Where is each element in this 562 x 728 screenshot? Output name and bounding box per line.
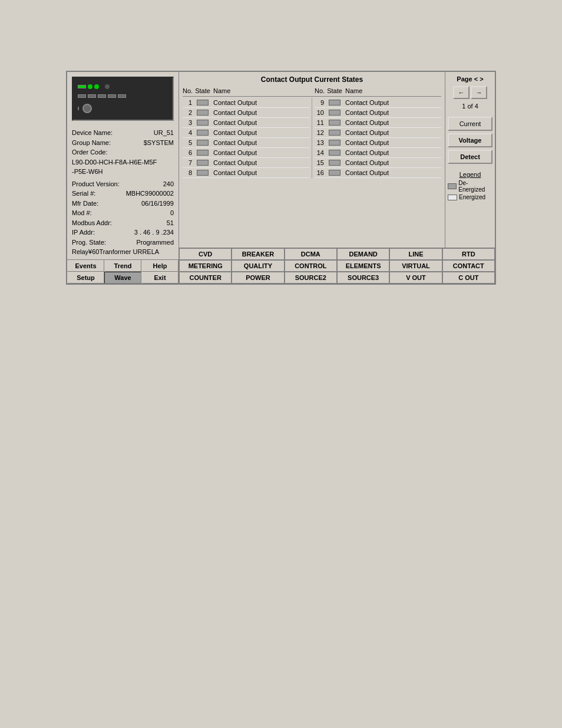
state-box-left-6: [197, 160, 209, 166]
btn-row-1: Events Trend Help: [67, 260, 178, 272]
row-state-left-2: [194, 120, 211, 126]
row-name-right-3: Contact Output: [343, 129, 441, 136]
nav-row-2: METERINGQUALITYCONTROLELEMENTSVIRTUALCON…: [179, 260, 495, 272]
row-state-right-4: [326, 140, 343, 146]
row-no-right-5: 14: [315, 149, 326, 156]
mfr-date-label: Mfr Date:: [72, 199, 98, 209]
nav-btn-r3-3[interactable]: SOURCE3: [337, 272, 389, 284]
header-name-right: Name: [343, 87, 441, 94]
legend-de-energized: De-Energized: [448, 180, 492, 193]
row-no-left-6: 7: [183, 159, 194, 166]
row-no-right-0: 9: [315, 99, 326, 106]
row-name-right-4: Contact Output: [343, 139, 441, 146]
row-state-left-4: [194, 140, 211, 146]
row-no-left-4: 5: [183, 139, 194, 146]
nav-btn-r2-4[interactable]: VIRTUAL: [389, 260, 442, 272]
modbus-label: Modbus Addr:: [72, 218, 112, 228]
row-no-right-4: 13: [315, 139, 326, 146]
header-state-right: State: [326, 87, 343, 94]
nav-btn-r2-3[interactable]: ELEMENTS: [337, 260, 389, 272]
device-image: [72, 77, 174, 121]
row-no-left-1: 2: [183, 109, 194, 116]
voltage-button[interactable]: Voltage: [448, 133, 492, 147]
row-no-right-3: 12: [315, 129, 326, 136]
row-no-left-2: 3: [183, 119, 194, 126]
nav-btn-r1-0[interactable]: CVD: [179, 248, 232, 260]
wave-button[interactable]: Wave: [104, 272, 141, 284]
led-bar-6: [118, 94, 126, 98]
left-panel: Device Name: UR_51 Group Name: $SYSTEM O…: [67, 72, 179, 284]
help-button[interactable]: Help: [141, 260, 178, 272]
right-panel: Contact Output Current States No. State …: [179, 72, 495, 284]
row-state-left-6: [194, 160, 211, 166]
detect-button[interactable]: Detect: [448, 150, 492, 164]
nav-btn-r1-2[interactable]: DCMA: [285, 248, 337, 260]
serial-label: Serial #:: [72, 189, 95, 199]
next-page-button[interactable]: →: [471, 86, 487, 99]
setup-button[interactable]: Setup: [67, 272, 104, 284]
state-box-left-0: [197, 100, 209, 106]
legend-energized-box: [448, 195, 457, 200]
section-title: Contact Output Current States: [183, 75, 441, 84]
row-state-right-1: [326, 110, 343, 116]
order-code-value1: L90-D00-HCH-F8A-H6E-M5F: [72, 159, 157, 166]
nav-btn-r3-1[interactable]: POWER: [232, 272, 284, 284]
state-box-left-1: [197, 110, 209, 116]
nav-btn-r1-4[interactable]: LINE: [389, 248, 442, 260]
nav-btn-r2-1[interactable]: QUALITY: [232, 260, 284, 272]
state-box-right-0: [329, 100, 340, 106]
nav-btn-r3-2[interactable]: SOURCE2: [285, 272, 337, 284]
exit-button[interactable]: Exit: [141, 272, 178, 284]
state-box-right-4: [329, 140, 340, 146]
row-state-left-7: [194, 170, 211, 176]
nav-btn-r3-4[interactable]: V OUT: [389, 272, 442, 284]
nav-btn-r1-5[interactable]: RTD: [442, 248, 495, 260]
led-3: [105, 84, 110, 89]
page-nav-row: ← →: [448, 86, 492, 99]
row-no-left-7: 8: [183, 169, 194, 176]
contact-row-right-3: 12 Contact Output: [315, 128, 441, 138]
contact-row-left-7: 8 Contact Output: [183, 168, 309, 178]
row-no-left-0: 1: [183, 99, 194, 106]
contact-output-area: Contact Output Current States No. State …: [179, 72, 445, 248]
device-name-label: Device Name:: [72, 128, 113, 138]
order-code-label: Order Code:: [72, 149, 108, 156]
header-name-left: Name: [211, 87, 309, 94]
nav-btn-r2-0[interactable]: METERING: [179, 260, 232, 272]
events-button[interactable]: Events: [67, 260, 104, 272]
prev-page-button[interactable]: ←: [453, 86, 470, 99]
ip-label: IP Addr:: [72, 228, 95, 238]
order-code-value2: -P5E-W6H: [72, 168, 103, 175]
state-box-left-7: [197, 170, 209, 176]
nav-btn-r1-3[interactable]: DEMAND: [337, 248, 389, 260]
trend-button[interactable]: Trend: [104, 260, 141, 272]
serial-value: MBHC99000002: [126, 189, 174, 199]
header-no-left: No.: [183, 87, 194, 94]
row-name-right-6: Contact Output: [343, 159, 441, 166]
right-top: Contact Output Current States No. State …: [179, 72, 495, 248]
row-no-left-3: 4: [183, 129, 194, 136]
row-state-left-3: [194, 130, 211, 136]
nav-btn-r2-2[interactable]: CONTROL: [285, 260, 337, 272]
mod-label: Mod #:: [72, 208, 92, 218]
nav-btn-r3-0[interactable]: COUNTER: [179, 272, 232, 284]
contact-row-left-3: 4 Contact Output: [183, 128, 309, 138]
nav-row-3: COUNTERPOWERSOURCE2SOURCE3V OUTC OUT: [179, 272, 495, 284]
state-box-right-5: [329, 150, 340, 156]
row-name-right-0: Contact Output: [343, 99, 441, 106]
contact-row-left-2: 3 Contact Output: [183, 118, 309, 128]
current-button[interactable]: Current: [448, 117, 492, 131]
state-box-left-3: [197, 130, 209, 136]
nav-btn-r3-5[interactable]: C OUT: [442, 272, 495, 284]
led-bar-4: [98, 94, 106, 98]
page-count: 1 of 4: [448, 103, 492, 110]
nav-btn-r1-1[interactable]: BREAKER: [232, 248, 284, 260]
modbus-value: 51: [167, 218, 174, 228]
legend-area: Legend De-Energized Energized: [448, 171, 492, 202]
led-bar-3: [88, 94, 96, 98]
row-no-right-7: 16: [315, 169, 326, 176]
page-label: Page < >: [448, 75, 492, 83]
bottom-left-buttons: Events Trend Help Setup Wave Exit: [67, 259, 178, 284]
nav-btn-r2-5[interactable]: CONTACT: [442, 260, 495, 272]
led-1: [88, 84, 92, 89]
